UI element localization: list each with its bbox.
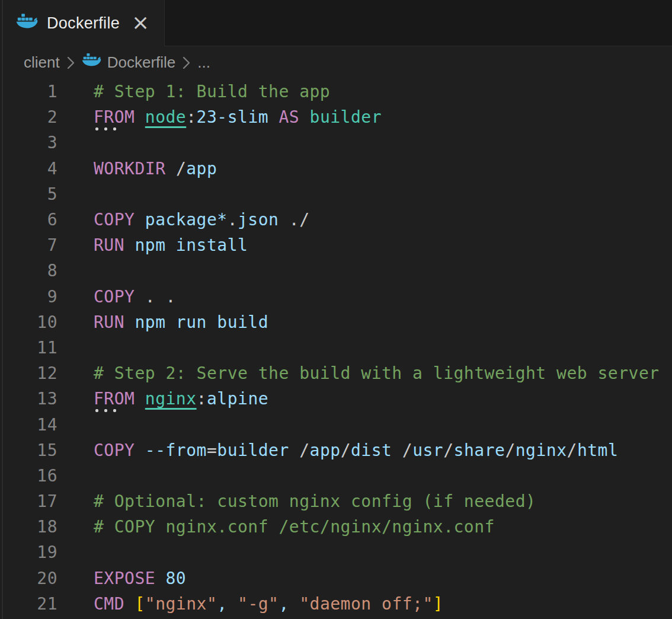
code-line[interactable]: 14 bbox=[0, 411, 672, 437]
code-token: / bbox=[299, 441, 309, 460]
code-token: AS bbox=[279, 107, 299, 127]
code-token: # Step 1: Build the app bbox=[94, 82, 330, 101]
code-token: / bbox=[505, 441, 515, 460]
code-token: : bbox=[197, 389, 207, 409]
code-token: npm run build bbox=[124, 312, 268, 332]
code-token: COPY bbox=[94, 287, 135, 307]
line-number: 10 bbox=[0, 312, 57, 332]
code-text: EXPOSE 80 bbox=[94, 569, 186, 588]
code-token bbox=[228, 594, 238, 614]
code-token: WORKDIR bbox=[94, 159, 166, 178]
code-token: 80 bbox=[166, 569, 187, 588]
code-text: FROM node:23-slim AS builder bbox=[94, 107, 382, 127]
line-number: 14 bbox=[0, 415, 57, 435]
breadcrumb-item-client[interactable]: client bbox=[24, 53, 60, 72]
code-token: app bbox=[310, 441, 341, 460]
code-token bbox=[135, 287, 145, 307]
code-token: alpine bbox=[207, 389, 268, 409]
code-token bbox=[155, 287, 165, 307]
code-line[interactable]: 3 bbox=[0, 130, 672, 155]
code-text: COPY . . bbox=[94, 287, 176, 307]
code-token: . bbox=[145, 287, 155, 307]
code-token: FROM bbox=[94, 389, 135, 409]
code-token: --from bbox=[145, 441, 207, 460]
code-token: / bbox=[443, 441, 453, 460]
code-token: . bbox=[166, 287, 176, 307]
code-token bbox=[135, 441, 145, 460]
code-token: nginx bbox=[516, 441, 567, 460]
line-number: 7 bbox=[0, 235, 57, 255]
code-token: / bbox=[341, 441, 351, 460]
line-number: 6 bbox=[0, 210, 57, 229]
code-line[interactable]: 15COPY --from=builder /app/dist /usr/sha… bbox=[0, 438, 672, 463]
code-line[interactable]: 13FROM nginx:alpine bbox=[0, 386, 672, 411]
line-number: 4 bbox=[0, 159, 57, 178]
code-line[interactable]: 2FROM node:23-slim AS builder bbox=[0, 104, 672, 130]
code-line[interactable]: 19 bbox=[0, 540, 672, 565]
code-token: ./ bbox=[289, 210, 310, 229]
code-token: dist bbox=[351, 441, 392, 460]
line-number: 3 bbox=[0, 133, 57, 152]
code-token: share bbox=[454, 441, 505, 460]
code-line[interactable]: 1# Step 1: Build the app bbox=[0, 79, 672, 104]
code-line[interactable]: 5 bbox=[0, 181, 672, 207]
code-line[interactable]: 9COPY . . bbox=[0, 284, 672, 310]
code-token bbox=[299, 107, 309, 127]
code-token: RUN bbox=[94, 312, 124, 332]
line-number: 8 bbox=[0, 261, 57, 280]
line-number: 12 bbox=[0, 363, 57, 383]
code-area[interactable]: 1# Step 1: Build the app2FROM node:23-sl… bbox=[0, 79, 672, 617]
code-token: "daemon off;" bbox=[299, 594, 433, 614]
breadcrumb-item-dockerfile[interactable]: Dockerfile bbox=[107, 53, 176, 72]
code-text: RUN npm run build bbox=[94, 312, 268, 332]
code-token: / bbox=[176, 159, 186, 178]
line-number: 16 bbox=[0, 466, 57, 486]
line-number: 18 bbox=[0, 517, 57, 537]
code-text: COPY package*.json ./ bbox=[94, 210, 310, 229]
code-line[interactable]: 17# Optional: custom nginx config (if ne… bbox=[0, 489, 672, 514]
code-token bbox=[135, 210, 145, 229]
code-line[interactable]: 16 bbox=[0, 463, 672, 489]
code-text: CMD ["nginx", "-g", "daemon off;"] bbox=[94, 594, 443, 614]
code-line[interactable]: 21CMD ["nginx", "-g", "daemon off;"] bbox=[0, 591, 672, 617]
code-text: WORKDIR /app bbox=[94, 159, 217, 178]
code-line[interactable]: 11 bbox=[0, 335, 672, 360]
breadcrumb-item-symbols[interactable]: ... bbox=[197, 53, 210, 72]
code-token: / bbox=[567, 441, 577, 460]
code-line[interactable]: 8 bbox=[0, 258, 672, 283]
code-token: ] bbox=[433, 594, 443, 614]
code-token bbox=[135, 389, 145, 409]
close-icon[interactable]: × bbox=[132, 12, 149, 33]
code-line[interactable]: 7RUN npm install bbox=[0, 232, 672, 258]
code-token: , bbox=[279, 594, 289, 614]
code-line[interactable]: 20EXPOSE 80 bbox=[0, 566, 672, 591]
tab-bar-empty-space bbox=[165, 0, 672, 46]
image-link[interactable]: nginx bbox=[145, 389, 197, 409]
line-number: 2 bbox=[0, 107, 57, 127]
code-token: FROM bbox=[94, 107, 135, 127]
code-token: COPY bbox=[94, 441, 135, 460]
code-token: = bbox=[207, 441, 217, 460]
code-token: # Step 2: Serve the build with a lightwe… bbox=[94, 363, 660, 383]
code-line[interactable]: 6COPY package*.json ./ bbox=[0, 207, 672, 232]
chevron-right-icon bbox=[183, 56, 190, 69]
code-line[interactable]: 18# COPY nginx.conf /etc/nginx/nginx.con… bbox=[0, 514, 672, 540]
code-token: EXPOSE bbox=[94, 569, 155, 588]
code-text: # Step 1: Build the app bbox=[94, 82, 330, 101]
code-token: RUN bbox=[94, 235, 124, 255]
tab-dockerfile[interactable]: Dockerfile × bbox=[0, 0, 165, 46]
code-line[interactable]: 10RUN npm run build bbox=[0, 310, 672, 335]
line-number: 21 bbox=[0, 594, 57, 614]
code-text: # COPY nginx.conf /etc/nginx/nginx.conf bbox=[94, 517, 495, 537]
code-text: # Optional: custom nginx config (if need… bbox=[94, 492, 536, 511]
code-line[interactable]: 12# Step 2: Serve the build with a light… bbox=[0, 360, 672, 386]
code-token bbox=[166, 159, 176, 178]
image-link[interactable]: node bbox=[145, 107, 186, 127]
chevron-right-icon bbox=[67, 56, 75, 69]
window-edge bbox=[2, 0, 3, 619]
code-text: # Step 2: Serve the build with a lightwe… bbox=[94, 363, 660, 383]
code-token: package* bbox=[145, 210, 228, 229]
code-token: # Optional: custom nginx config (if need… bbox=[94, 492, 536, 511]
breadcrumb: client Dockerfile ... bbox=[0, 46, 672, 79]
code-line[interactable]: 4WORKDIR /app bbox=[0, 156, 672, 181]
